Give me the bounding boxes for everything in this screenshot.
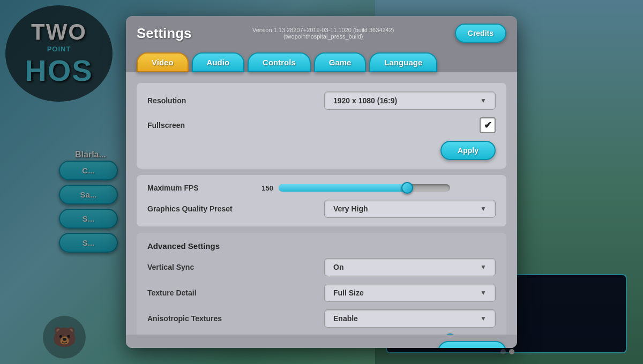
resolution-row: Resolution 1920 x 1080 (16:9) ▼ [147, 92, 496, 110]
fps-slider-thumb[interactable] [401, 182, 413, 194]
fullscreen-checkbox[interactable]: ✔ [480, 117, 496, 133]
graphics-quality-dropdown[interactable]: Very High ▼ [324, 200, 496, 218]
fps-slider-container: 150 [255, 184, 496, 192]
checkbox-check-icon: ✔ [484, 119, 492, 131]
advanced-settings-section: Advanced Settings Vertical Sync On ▼ Tex… [137, 233, 506, 335]
vertical-sync-dropdown[interactable]: On ▼ [324, 258, 496, 276]
anisotropic-value: Enable [333, 314, 358, 323]
anisotropic-dropdown[interactable]: Enable ▼ [324, 309, 496, 328]
advanced-settings-title: Advanced Settings [147, 241, 496, 251]
resolution-dropdown[interactable]: 1920 x 1080 (16:9) ▼ [324, 92, 496, 110]
texture-detail-dropdown-arrow: ▼ [480, 289, 487, 297]
vertical-sync-dropdown-arrow: ▼ [480, 263, 487, 271]
anisotropic-row: Anisotropic Textures Enable ▼ [147, 309, 496, 328]
fps-row: Maximum FPS 150 [147, 184, 496, 192]
graphics-quality-value: Very High [333, 204, 368, 213]
tab-controls[interactable]: Controls [248, 52, 311, 72]
vertical-sync-label: Vertical Sync [147, 263, 255, 271]
resolution-dropdown-arrow: ▼ [480, 97, 487, 104]
anisotropic-control: Enable ▼ [255, 309, 496, 328]
version-text: Version 1.13.28207+2019-03-11.1020 (buil… [252, 27, 394, 40]
fullscreen-label: Fullscreen [147, 121, 255, 130]
graphics-quality-label: Graphics Quality Preset [147, 204, 255, 213]
modal-footer: OK [126, 335, 517, 348]
fullscreen-row: Fullscreen ✔ [147, 117, 496, 133]
anisotropic-label: Anisotropic Textures [147, 314, 255, 323]
anisotropic-dropdown-arrow: ▼ [480, 315, 487, 322]
modal-body: Resolution 1920 x 1080 (16:9) ▼ Fullscre… [126, 72, 517, 335]
display-section: Resolution 1920 x 1080 (16:9) ▼ Fullscre… [137, 83, 506, 169]
tab-video[interactable]: Video [137, 52, 189, 72]
tab-game[interactable]: Game [314, 52, 367, 72]
credits-button[interactable]: Credits [455, 24, 506, 43]
tab-bar: Video Audio Controls Game Language [126, 48, 517, 72]
ok-button[interactable]: OK [438, 341, 506, 348]
fps-value: 150 [255, 184, 273, 192]
graphics-quality-control: Very High ▼ [255, 200, 496, 218]
fullscreen-control: ✔ [255, 117, 496, 133]
graphics-quality-row: Graphics Quality Preset Very High ▼ [147, 200, 496, 218]
quality-section: Maximum FPS 150 Graphics Quality Preset [137, 175, 506, 226]
resolution-control: 1920 x 1080 (16:9) ▼ [255, 92, 496, 110]
resolution-label: Resolution [147, 96, 255, 105]
fps-label: Maximum FPS [147, 184, 255, 192]
vertical-sync-row: Vertical Sync On ▼ [147, 258, 496, 276]
resolution-value: 1920 x 1080 (16:9) [333, 96, 397, 105]
graphics-quality-dropdown-arrow: ▼ [480, 205, 487, 213]
modal-title: Settings [137, 25, 192, 42]
version-info: Version 1.13.28207+2019-03-11.1020 (buil… [192, 27, 455, 40]
vertical-sync-value: On [333, 263, 343, 271]
texture-detail-row: Texture Detail Full Size ▼ [147, 284, 496, 302]
tab-audio[interactable]: Audio [192, 52, 245, 72]
texture-detail-value: Full Size [333, 289, 364, 297]
apply-button[interactable]: Apply [440, 141, 496, 160]
modal-overlay: Settings Version 1.13.28207+2019-03-11.1… [0, 0, 643, 364]
modal-header: Settings Version 1.13.28207+2019-03-11.1… [126, 16, 517, 48]
fps-slider-fill [279, 184, 407, 192]
texture-detail-dropdown[interactable]: Full Size ▼ [324, 284, 496, 302]
vertical-sync-control: On ▼ [255, 258, 496, 276]
settings-modal: Settings Version 1.13.28207+2019-03-11.1… [126, 16, 517, 348]
tab-language[interactable]: Language [369, 52, 437, 72]
fps-slider-track[interactable] [279, 184, 450, 192]
texture-detail-label: Texture Detail [147, 289, 255, 297]
texture-detail-control: Full Size ▼ [255, 284, 496, 302]
